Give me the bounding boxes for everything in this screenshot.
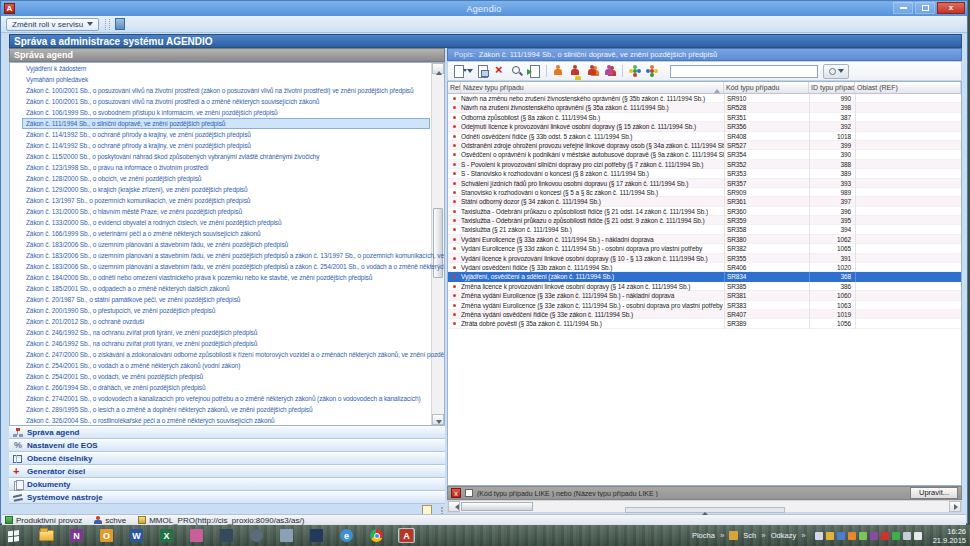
law-list-item[interactable]: Zákon č. 247/2000 Sb., o získávání a zdo… — [10, 349, 444, 360]
scroll-left-button[interactable] — [448, 501, 460, 512]
titlebar[interactable]: A Agendio x — [1, 1, 967, 16]
law-list-item[interactable]: Zákon č. 13/1997 Sb., o pozemních komuni… — [10, 195, 444, 206]
toolbar-grip[interactable] — [105, 19, 110, 30]
case-type-row[interactable]: Vydání Eurolicence (§ 33a zákon č. 111/1… — [448, 235, 961, 244]
case-type-row[interactable]: Stanovisko k rozhodování o koncesi (§ 5 … — [448, 188, 961, 197]
workflow-green-icon[interactable] — [628, 64, 642, 78]
scrollbar-thumb[interactable] — [461, 502, 533, 511]
column-header-oblast[interactable]: Oblast (REF) — [855, 82, 961, 93]
column-header-ref[interactable]: Ref — [448, 82, 461, 93]
assign-user-icon[interactable] — [552, 64, 566, 78]
law-list-item[interactable]: Zákon č. 115/2000 Sb., o poskytování náh… — [10, 151, 444, 162]
law-list-item[interactable]: Zákon č. 184/2006 Sb., o odnětí nebo ome… — [10, 272, 444, 283]
accordion-item-syst-mov-n-stroje[interactable]: Systémové nástroje — [9, 491, 445, 504]
case-type-row[interactable]: Změna vydání Eurolicence (§ 33e zákon č.… — [448, 291, 961, 300]
workflow-red-icon[interactable] — [645, 64, 659, 78]
law-list-item[interactable]: Zákon č. 183/2006 Sb., o územním plánová… — [10, 250, 444, 261]
law-list-item[interactable]: Zákon č. 289/1995 Sb., o lesích a o změn… — [10, 404, 444, 415]
law-list-item[interactable]: Zákon č. 123/1998 Sb., o právu na inform… — [10, 162, 444, 173]
toolbar-page-icon[interactable] — [115, 18, 125, 30]
case-type-row[interactable]: Odnětí osvědčení řidiče (§ 33b odst. 5 z… — [448, 132, 961, 141]
law-list-item[interactable]: Zákon č. 100/2001 Sb., o posuzování vliv… — [10, 85, 444, 96]
onenote-icon[interactable]: N — [68, 528, 85, 543]
law-list-item[interactable]: Zákon č. 106/1999 Sb., o svobodném příst… — [10, 107, 444, 118]
case-type-row[interactable]: Změna licence k provozování linkové osob… — [448, 282, 961, 291]
column-header-code[interactable]: Kód typu případu — [724, 82, 809, 93]
new-record-icon[interactable] — [452, 64, 466, 78]
users-group-icon[interactable] — [586, 64, 600, 78]
start-button[interactable] — [0, 525, 26, 546]
law-list-item[interactable]: Zákon č. 111/1994 Sb., o silniční doprav… — [10, 118, 444, 129]
law-list-item[interactable]: Vyjádření k žádostem — [10, 63, 444, 74]
import-icon[interactable] — [527, 64, 541, 78]
law-list-item[interactable]: Zákon č. 100/2001 Sb., o posuzování vliv… — [10, 96, 444, 107]
deployment-app-icon[interactable] — [218, 528, 235, 543]
grid-header[interactable]: RefNázev typu případuKód typu případuID … — [448, 82, 961, 94]
deskband-plocha[interactable]: Plocha — [692, 531, 715, 540]
law-list-item[interactable]: Zákon č. 129/2000 Sb., o krajích (krajsk… — [10, 184, 444, 195]
law-list-item[interactable]: Zákon č. 20/1987 Sb., o státní památkové… — [10, 294, 444, 305]
search-input[interactable] — [670, 65, 818, 78]
delete-record-icon[interactable] — [493, 64, 507, 78]
scroll-right-button[interactable] — [949, 501, 961, 512]
case-type-row[interactable]: S - Povolení k provozování silniční dopr… — [448, 160, 961, 169]
splitter-collapse-handle[interactable] — [625, 507, 785, 513]
law-list-item[interactable]: Zákon č. 185/2001 Sb., o odpadech a o zm… — [10, 283, 444, 294]
case-type-row[interactable]: Změna vydání Eurolicence (§ 33e zákon č.… — [448, 301, 961, 310]
apply-search-button[interactable] — [823, 64, 849, 79]
case-type-row[interactable]: Vydání osvědčení řidiče (§ 33b zákon č. … — [448, 263, 961, 272]
users-roles-icon[interactable] — [603, 64, 617, 78]
maximize-button[interactable] — [915, 2, 935, 14]
chevron-icon[interactable]: » — [720, 531, 724, 540]
law-list-item[interactable]: Zákon č. 133/2000 Sb., o evidenci obyvat… — [10, 217, 444, 228]
law-list-item[interactable]: Zákon č. 254/2001 Sb., o vodách a o změn… — [10, 360, 444, 371]
open-record-icon[interactable] — [476, 64, 490, 78]
file-explorer-icon[interactable] — [38, 528, 55, 543]
clear-filter-button[interactable]: x — [451, 488, 461, 498]
tray-spotify-icon[interactable] — [892, 532, 900, 540]
case-type-row[interactable]: Odejmutí licence k provozování linkové o… — [448, 122, 961, 131]
case-type-row[interactable]: S - Stanovisko k rozhodování o koncesi (… — [448, 169, 961, 178]
law-list-item[interactable]: Zákon č. 326/2004 Sb., o rostlinolékařsk… — [10, 415, 444, 426]
taskbar-clock[interactable]: 16:2621.9.2015 — [933, 527, 966, 545]
accordion-item-dokumenty[interactable]: Dokumenty — [9, 478, 445, 491]
case-type-row[interactable]: Ztráta dobré pověsti (§ 35a zákon č. 111… — [448, 319, 961, 328]
change-role-button[interactable]: Změnit roli v servisu — [6, 18, 99, 31]
law-list-item[interactable]: Zákon č. 166/1999 Sb., o veterinární péč… — [10, 228, 444, 239]
law-list-item[interactable]: Zákon č. 266/1994 Sb., o dráhách, ve zně… — [10, 382, 444, 393]
tray-onenote-icon[interactable] — [870, 532, 878, 540]
deskband-odkazy[interactable]: Odkazy — [771, 531, 796, 540]
law-list-item[interactable]: Zákon č. 128/2000 Sb., o obcích, ve zněn… — [10, 173, 444, 184]
law-list-item[interactable]: Zákon č. 246/1992 Sb., na ochranu zvířat… — [10, 338, 444, 349]
case-type-row[interactable]: Návrh na zrušení živnostenského oprávněn… — [448, 103, 961, 112]
law-list-item[interactable]: Zákon č. 200/1990 Sb., o přestupcích, ve… — [10, 305, 444, 316]
case-type-row[interactable]: Osvědčení o oprávnění k podnikání v měst… — [448, 150, 961, 159]
search-icon[interactable] — [510, 64, 524, 78]
agendio-icon[interactable]: A — [398, 528, 415, 543]
law-list-item[interactable]: Zákon č. 114/1992 Sb., o ochraně přírody… — [10, 140, 444, 151]
case-type-row[interactable]: Schválení jízdních řádů pro linkovou oso… — [448, 179, 961, 188]
internet-explorer-icon[interactable]: e — [338, 528, 355, 543]
case-type-row[interactable]: Taxislužba - Odebrání průkazu o způsobil… — [448, 216, 961, 225]
tray-mail-icon[interactable] — [826, 532, 834, 540]
tray-office-icon[interactable] — [848, 532, 856, 540]
user-permissions-icon[interactable] — [569, 64, 583, 78]
case-type-row[interactable]: Taxislužba - Odebrání průkazu o způsobil… — [448, 207, 961, 216]
media-app-icon[interactable] — [188, 528, 205, 543]
law-list-item[interactable]: Zákon č. 274/2001 Sb., o vodovodech a ka… — [10, 393, 444, 404]
case-type-row[interactable]: Taxislužba (§ 21 zákon č. 111/1994 Sb.)S… — [448, 225, 961, 234]
law-list-item[interactable]: Zákon č. 183/2006 Sb., o územním plánová… — [10, 239, 444, 250]
mail-app-icon[interactable] — [278, 528, 295, 543]
close-button[interactable]: x — [937, 2, 965, 14]
excel-icon[interactable]: X — [158, 528, 175, 543]
law-list-item[interactable]: Vymáhání pohledávek — [10, 74, 444, 85]
word-icon[interactable]: W — [128, 528, 145, 543]
law-list-item[interactable]: Zákon č. 114/1992 Sb., o ochraně přírody… — [10, 129, 444, 140]
minimize-button[interactable] — [893, 2, 913, 14]
law-list-item[interactable]: Zákon č. 131/2000 Sb., o hlavním městě P… — [10, 206, 444, 217]
column-header-name[interactable]: Název typu případu — [461, 82, 724, 93]
outlook-icon[interactable]: O — [98, 528, 115, 543]
tray-antivirus-icon[interactable] — [881, 532, 889, 540]
chrome-icon[interactable] — [368, 528, 385, 543]
case-type-row[interactable]: Státní odborný dozor (§ 34 zákon č. 111/… — [448, 197, 961, 206]
